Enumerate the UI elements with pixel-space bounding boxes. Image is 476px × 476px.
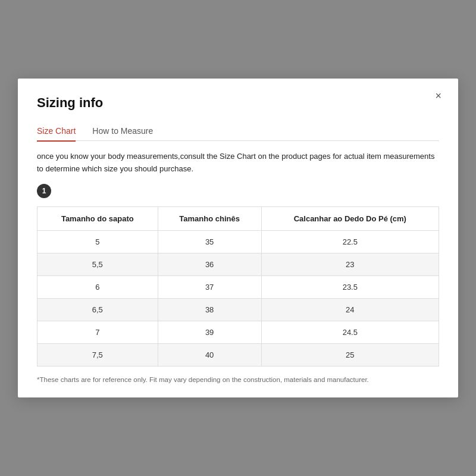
table-cell: 7 xyxy=(37,321,158,344)
table-cell: 25 xyxy=(261,344,439,367)
tab-how-to-measure[interactable]: How to Measure xyxy=(92,121,153,142)
table-row: 53522.5 xyxy=(37,231,439,253)
col-header-shoe-size: Tamanho do sapato xyxy=(37,207,158,231)
table-row: 73924.5 xyxy=(37,321,439,344)
footnote-text: *These charts are for reference only. Fi… xyxy=(37,376,439,383)
modal-overlay: Sizing info × Size Chart How to Measure … xyxy=(0,0,476,476)
table-cell: 7,5 xyxy=(37,344,158,367)
col-header-chinese-size: Tamanho chinês xyxy=(158,207,261,231)
table-cell: 36 xyxy=(158,253,261,276)
table-row: 63723.5 xyxy=(37,276,439,299)
table-row: 5,53623 xyxy=(37,253,439,276)
table-cell: 40 xyxy=(158,344,261,367)
table-cell: 35 xyxy=(158,231,261,253)
table-cell: 37 xyxy=(158,276,261,299)
table-cell: 24 xyxy=(261,299,439,321)
size-chart-table: Tamanho do sapato Tamanho chinês Calcanh… xyxy=(37,206,439,367)
sizing-info-modal: Sizing info × Size Chart How to Measure … xyxy=(18,79,458,397)
table-cell: 6 xyxy=(37,276,158,299)
table-cell: 24.5 xyxy=(261,321,439,344)
table-cell: 39 xyxy=(158,321,261,344)
close-button[interactable]: × xyxy=(431,89,445,102)
table-cell: 6,5 xyxy=(37,299,158,321)
tab-size-chart[interactable]: Size Chart xyxy=(37,121,76,142)
table-cell: 5,5 xyxy=(37,253,158,276)
table-cell: 22.5 xyxy=(261,231,439,253)
table-cell: 23.5 xyxy=(261,276,439,299)
table-cell: 5 xyxy=(37,231,158,253)
modal-title: Sizing info xyxy=(37,95,439,111)
step-badge: 1 xyxy=(37,184,51,198)
tab-bar: Size Chart How to Measure xyxy=(37,121,439,142)
description-text: once you know your body measurements,con… xyxy=(37,151,439,176)
col-header-heel-to-toe: Calcanhar ao Dedo Do Pé (cm) xyxy=(261,207,439,231)
table-cell: 38 xyxy=(158,299,261,321)
table-cell: 23 xyxy=(261,253,439,276)
table-row: 7,54025 xyxy=(37,344,439,367)
table-row: 6,53824 xyxy=(37,299,439,321)
